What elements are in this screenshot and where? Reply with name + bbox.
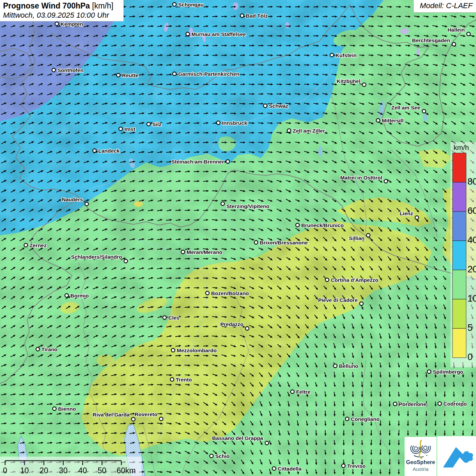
city-label: Bormio <box>70 293 89 299</box>
city-mezzolombardo: Mezzolombardo <box>171 347 217 353</box>
city-label: Bozen/Bolzano <box>211 290 249 296</box>
legend-block <box>453 299 466 328</box>
legend-title: km/h <box>454 143 469 151</box>
city-marker <box>240 14 244 17</box>
city-marker <box>93 149 96 152</box>
city-marker <box>173 72 176 75</box>
city-marker <box>422 109 426 113</box>
partner-logo-panel <box>437 436 476 476</box>
city-label: Murnau am Staffelsee <box>191 31 246 37</box>
distance-scalebar: 0102030405060km <box>0 457 141 476</box>
legend-label: 40 <box>468 235 476 245</box>
city-marker <box>119 127 122 131</box>
city-marker <box>296 223 299 227</box>
city-marker <box>173 3 176 6</box>
city-label: Garmisch-Partenkirchen <box>178 71 239 77</box>
city-marker <box>147 122 150 126</box>
geosphere-country: Austria <box>405 466 437 472</box>
city-steinach-am-brenner: Steinach am Brenner <box>171 159 230 165</box>
city-label: Lienz <box>400 210 413 216</box>
legend-block <box>453 153 466 182</box>
city-label: Bassano del Grappa <box>212 435 263 441</box>
city-label: Pordenone <box>399 401 426 407</box>
city-marker <box>221 202 224 205</box>
city-label: Steinach am Brenner <box>171 159 224 165</box>
city-label: Rovereto <box>135 411 157 417</box>
city-marker <box>163 316 166 319</box>
city-garmisch-partenkirchen: Garmisch-Partenkirchen <box>173 71 239 77</box>
city-bruneck-brunico: Bruneck/Brunico <box>296 222 344 228</box>
city-marker <box>171 348 175 352</box>
city-marker <box>226 160 230 163</box>
city-label: Schlanders/Silandro <box>71 254 122 260</box>
model-name: Modell: C-LAEF <box>420 1 473 10</box>
city-label: Matrei in Osttirol <box>340 175 382 181</box>
city-label: Bienno <box>58 406 76 412</box>
city-meran-merano: Meran/Merano <box>181 249 222 255</box>
city-marker <box>384 180 388 183</box>
legend-label: 80 <box>468 176 476 187</box>
city-marker <box>362 83 366 86</box>
city-murnau-am-staffelsee: Murnau am Staffelsee <box>186 31 246 37</box>
city-marker <box>24 243 28 247</box>
city-marker <box>360 302 363 305</box>
city-label: Riva del Garda <box>92 412 130 418</box>
mountain-cloud-icon <box>437 436 476 476</box>
city-label: Trento <box>176 377 192 382</box>
city-cortina-d-ampezzo: Cortina d'Ampezzo <box>325 277 378 283</box>
city-spilimbergo: Spilimbergo <box>427 369 463 375</box>
city-label: Reutte <box>122 72 139 78</box>
legend-block <box>453 211 466 241</box>
city-marker <box>467 32 470 36</box>
city-label: Treviso <box>347 463 366 469</box>
scalebar-label: 50 <box>98 466 106 475</box>
city-marker <box>186 32 189 36</box>
city-marker <box>287 129 291 132</box>
legend-label: 5 <box>468 323 473 333</box>
lake-achensee <box>318 146 322 157</box>
geosphere-logo-panel: GeoSphere Austria <box>405 437 437 476</box>
city-label: Cles <box>168 315 180 321</box>
legend-color-bar <box>453 153 466 358</box>
city-label: Belluno <box>339 363 358 369</box>
city-marker <box>217 121 220 124</box>
scalebar-label: 40 <box>78 466 87 475</box>
city-marker <box>342 464 345 468</box>
city-label: Meran/Merano <box>187 249 222 255</box>
city-marker <box>85 202 88 206</box>
map-title-panel: Prognose Wind 700hPa [km/h] Mittwoch, 03… <box>0 0 124 21</box>
legend-label: 20 <box>468 264 476 274</box>
scalebar-label: 20 <box>39 466 48 475</box>
city-marker <box>181 250 185 254</box>
scalebar-label: 0 <box>3 466 7 475</box>
city-label: Zell am See <box>391 105 421 111</box>
legend-block <box>453 270 466 299</box>
city-marker <box>52 68 55 72</box>
legend-block <box>453 241 466 270</box>
city-label: Pieve di Cadore <box>318 297 358 303</box>
city-label: Sterzing/Vipiteno <box>226 203 269 209</box>
city-marker <box>254 241 258 244</box>
city-label: Cortina d'Ampezzo <box>331 277 378 283</box>
city-label: Sillian <box>349 235 364 241</box>
city-label: Predazzo <box>220 321 243 327</box>
scalebar-label: 60km <box>117 466 136 475</box>
city-label: Schwaz <box>269 103 288 109</box>
city-marker <box>124 259 128 263</box>
city-label: Bad Tölz <box>246 13 268 19</box>
city-marker <box>291 390 294 393</box>
city-label: Bruneck/Brunico <box>301 222 344 228</box>
city-label: Conegliano <box>351 416 379 422</box>
scalebar-label: 30 <box>59 466 68 475</box>
city-label: Kufstein <box>336 52 357 58</box>
city-marker <box>438 402 441 405</box>
city-label: Kitzbühel <box>337 78 360 84</box>
map-title-unit: [km/h] <box>90 1 113 10</box>
city-marker <box>55 22 58 26</box>
legend-label: 10 <box>468 293 476 304</box>
city-marker <box>367 234 370 237</box>
city-marker <box>427 370 431 373</box>
city-label: Berchtesgaden <box>412 37 450 43</box>
model-label-panel: Modell: C-LAEF <box>413 0 476 13</box>
city-marker <box>36 347 39 351</box>
